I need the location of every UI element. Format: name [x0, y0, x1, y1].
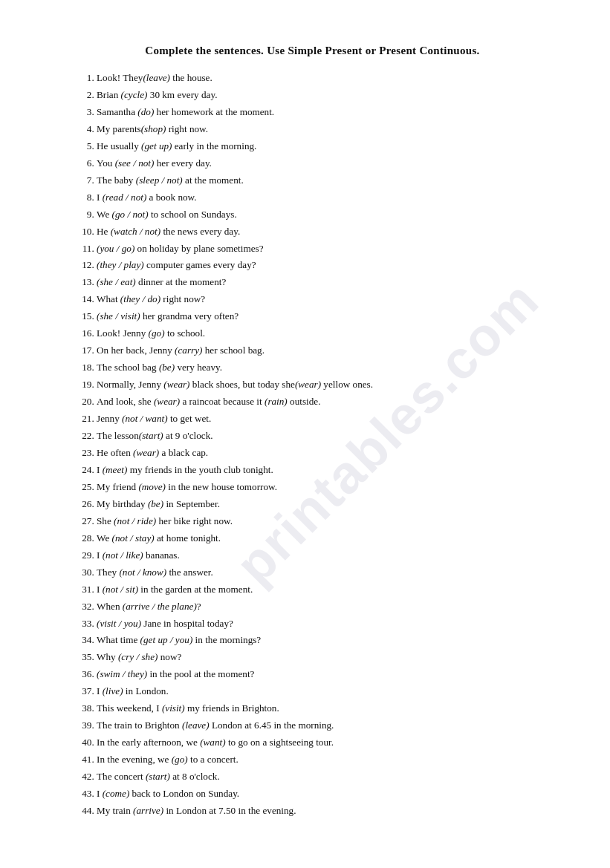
sentence-text: to a concert. [188, 754, 239, 765]
list-item: I (not / sit) in the garden at the momen… [97, 582, 551, 597]
sentence-text: Normally, Jenny [97, 379, 163, 390]
list-item: He usually (get up) early in the morning… [97, 139, 551, 154]
verb-phrase: (not / know) [119, 567, 166, 578]
sentence-text: And look, she [97, 396, 154, 407]
verb-phrase: (wear) [163, 379, 189, 390]
sentence-text: outside. [288, 396, 321, 407]
verb-phrase: (start) [146, 771, 170, 782]
list-item: He often (wear) a black cap. [97, 446, 551, 460]
sentence-text: my friends in Brighton. [185, 702, 279, 714]
sentence-text: on holiday by plane sometimes? [134, 243, 263, 254]
verb-phrase: (visit / you) [97, 618, 141, 629]
sentence-text: computer games every day? [144, 259, 256, 270]
sentence-text: black shoes, but today she [190, 379, 295, 390]
sentence-text: In the evening, we [97, 754, 172, 765]
verb-phrase: (see / not) [115, 157, 155, 169]
list-item: We (go / not) to school on Sundays. [97, 207, 551, 222]
list-item: In the early afternoon, we (want) to go … [97, 735, 551, 750]
sentence-text: The school bag [97, 362, 159, 373]
sentence-text: to school on Sundays. [149, 209, 237, 220]
sentence-text: They [97, 567, 119, 578]
sentence-text: The baby [97, 174, 136, 186]
list-item: The baby (sleep / not) at the moment. [97, 173, 551, 188]
sentence-text: He often [97, 447, 133, 458]
list-item: Why (cry / she) now? [97, 650, 551, 665]
list-item: My friend (move) in the new house tomorr… [97, 480, 551, 495]
list-item: The train to Brighton (leave) London at … [97, 718, 551, 733]
verb-phrase: (move) [138, 481, 166, 492]
list-item: We (not / stay) at home tonight. [97, 531, 551, 546]
verb-phrase: (do) [137, 106, 154, 117]
list-item: (she / visit) her grandma very often? [97, 309, 551, 324]
verb-phrase: (leave) [143, 72, 170, 83]
verb-phrase: (get up) [141, 140, 172, 151]
verb-phrase: (wear) [295, 379, 321, 390]
list-item: I (read / not) a book now. [97, 190, 551, 205]
sentence-text: to school. [165, 327, 206, 339]
sentence-text: The train to Brighton [97, 719, 182, 731]
sentence-text: My birthday [97, 498, 148, 509]
sentence-text: her grandma very often? [140, 310, 239, 322]
sentence-text: in the pool at the moment? [147, 668, 254, 679]
sentence-text: When [97, 601, 123, 612]
verb-phrase: (sleep / not) [136, 174, 183, 186]
list-item: When (arrive / the plane)? [97, 599, 551, 614]
sentence-text: Look! They [97, 72, 143, 83]
sentence-text: I [97, 549, 103, 561]
sentence-text: You [97, 157, 115, 169]
list-item: Look! They(leave) the house. [97, 71, 551, 85]
verb-phrase: (read / not) [103, 192, 147, 203]
sentence-text: The lesson [97, 430, 139, 441]
sentence-text: Look! Jenny [97, 327, 149, 339]
sentence-text: bananas. [143, 549, 180, 561]
sentence-text: The concert [97, 771, 146, 782]
verb-phrase: (arrive) [133, 805, 163, 816]
sentence-text: the news every day. [160, 226, 240, 237]
sentence-text: Jenny [97, 413, 122, 424]
list-item: I (not / like) bananas. [97, 548, 551, 563]
verb-phrase: (cycle) [121, 89, 148, 100]
verb-phrase: (she / eat) [97, 276, 136, 287]
sentence-text: I [97, 192, 103, 203]
verb-phrase: (go) [149, 327, 165, 339]
list-item: (visit / you) Jane in hospital today? [97, 616, 551, 631]
page: printables.com Complete the sentences. U… [0, 0, 610, 865]
verb-phrase: (be) [148, 498, 163, 509]
verb-phrase: (swim / they) [97, 668, 147, 679]
list-item: In the evening, we (go) to a concert. [97, 752, 551, 767]
verb-phrase: (not / like) [103, 549, 143, 561]
sentence-text: her bike right now. [156, 515, 233, 526]
sentence-text: My friend [97, 481, 138, 492]
sentence-text: My parents [97, 123, 141, 134]
list-item: I (live) in London. [97, 684, 551, 699]
sentence-text: a raincoat because it [180, 396, 265, 407]
verb-phrase: (want) [200, 737, 225, 748]
list-item: I (meet) my friends in the youth club to… [97, 463, 551, 477]
sentence-text: 30 km every day. [147, 89, 217, 100]
verb-phrase: (cry / she) [118, 651, 158, 662]
sentence-text: at home tonight. [155, 532, 221, 544]
sentence-text: This weekend, I [97, 702, 162, 714]
sentence-text: In the early afternoon, we [97, 737, 200, 748]
verb-phrase: (not / want) [122, 413, 168, 424]
sentence-text: her school bag. [202, 345, 265, 356]
sentence-text: in September. [163, 498, 220, 509]
sentence-text: We [97, 209, 112, 220]
sentence-text: my friends in the youth club tonight. [127, 464, 273, 475]
sentence-text: Brian [97, 89, 121, 100]
list-item: They (not / know) the answer. [97, 565, 551, 580]
verb-phrase: (come) [103, 788, 130, 799]
list-item: This weekend, I (visit) my friends in Br… [97, 701, 551, 716]
list-item: My birthday (be) in September. [97, 497, 551, 512]
sentence-text: I [97, 788, 103, 799]
verb-phrase: (leave) [182, 719, 210, 731]
sentence-text: to get wet. [168, 413, 212, 424]
verb-phrase: (start) [139, 430, 163, 441]
sentence-text: in London. [123, 685, 169, 696]
list-item: You (see / not) her every day. [97, 156, 551, 171]
sentence-text: What [97, 293, 120, 304]
sentence-text: at 8 o'clock. [170, 771, 220, 782]
sentence-text: We [97, 532, 112, 544]
list-item: Samantha (do) her homework at the moment… [97, 105, 551, 120]
list-item: My train (arrive) in London at 7.50 in t… [97, 803, 551, 818]
